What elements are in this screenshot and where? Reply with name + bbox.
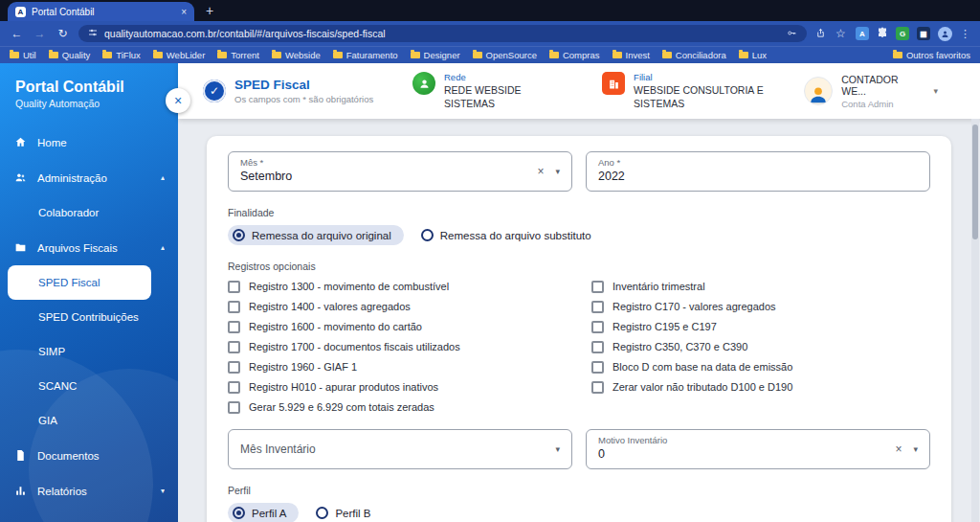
site-favicon: A xyxy=(15,7,26,17)
extension-icon-dark[interactable]: ▦ xyxy=(917,27,930,40)
tune-icon[interactable] xyxy=(88,28,98,39)
user-menu[interactable]: CONTADOR WE... Conta Admin ▾ xyxy=(804,74,938,109)
sidebar-collapse-button[interactable]: × xyxy=(166,88,190,113)
finalidade-radio-group: Remessa do arquivo original Remessa do a… xyxy=(228,225,930,245)
browser-tab[interactable]: A Portal Contábil × xyxy=(8,2,194,21)
rede-value: REDE WEBSIDE SISTEMAS xyxy=(444,84,569,109)
rede-selector[interactable]: Rede REDE WEBSIDE SISTEMAS xyxy=(412,72,569,109)
bookmark-folder[interactable]: Conciliadora xyxy=(662,50,726,60)
bookmark-folder[interactable]: Designer xyxy=(411,50,460,60)
bookmark-folder[interactable]: Faturamento xyxy=(333,50,398,60)
radio-remessa-substituto[interactable]: Remessa do arquivo substituto xyxy=(421,229,591,241)
bookmark-folder[interactable]: Invest xyxy=(612,50,650,60)
radio-perfil-b[interactable]: Perfil B xyxy=(316,507,370,519)
sidebar-item-administracao[interactable]: Administração ▴ xyxy=(0,160,178,195)
checkbox-registro-h010[interactable]: Registro H010 - apurar produtos inativos xyxy=(228,380,567,394)
motivo-inventario-label: Motivo Inventário xyxy=(598,435,918,445)
filial-value: WEBSIDE CONSULTORIA E SISTEMAS xyxy=(634,84,771,109)
profile-avatar[interactable] xyxy=(938,27,952,41)
sidebar-item-gia[interactable]: GIA xyxy=(0,403,178,438)
checkbox-inventario-trimestral[interactable]: Inventário trimestral xyxy=(591,280,930,293)
checkbox-zerar-d100-d190[interactable]: Zerar valor não tributado D100 e D190 xyxy=(591,380,930,394)
rede-icon xyxy=(412,72,435,95)
bookmark-folder[interactable]: Torrent xyxy=(217,50,259,60)
bookmark-folder[interactable]: Quality xyxy=(49,50,91,60)
share-icon[interactable] xyxy=(815,25,826,42)
sidebar-item-sped-fiscal[interactable]: SPED Fiscal xyxy=(8,265,151,300)
folder-icon xyxy=(333,52,343,58)
sidebar-item-scanc[interactable]: SCANC xyxy=(0,369,178,403)
motivo-inventario-value: 0 xyxy=(598,447,918,461)
radio-perfil-a[interactable]: Perfil A xyxy=(228,503,299,522)
radio-selected-icon xyxy=(233,507,245,519)
folder-icon xyxy=(411,52,420,58)
checkbox-registro-1300[interactable]: Registro 1300 - movimento de combustível xyxy=(228,280,567,293)
checkbox-icon xyxy=(228,401,240,414)
folder-icon xyxy=(662,52,672,58)
checkbox-bloco-d-emissao[interactable]: Bloco D com base na data de emissão xyxy=(591,360,930,374)
checkbox-registro-1400[interactable]: Registro 1400 - valores agregados xyxy=(228,300,567,313)
bookmark-folder[interactable]: Webside xyxy=(272,50,321,60)
mes-inventario-select[interactable]: Mês Inventário ▾ xyxy=(228,429,572,469)
ano-input-field[interactable]: Ano * 2022 xyxy=(586,151,930,192)
sidebar-item-relatorios[interactable]: Relatórios ▾ xyxy=(0,473,178,509)
chevron-up-icon: ▴ xyxy=(161,173,165,182)
bookmark-folder[interactable]: Lux xyxy=(739,50,767,60)
dropdown-caret-icon[interactable]: ▾ xyxy=(555,444,560,454)
back-icon[interactable]: ← xyxy=(10,27,24,40)
checkbox-registro-c350-c370-c390[interactable]: Registro C350, C370 e C390 xyxy=(591,340,930,353)
checkbox-registro-c170[interactable]: Registro C170 - valores agregados xyxy=(591,300,930,313)
checkbox-registro-1960[interactable]: Registro 1960 - GIAF 1 xyxy=(228,360,567,374)
bookmark-star-icon[interactable]: ☆ xyxy=(834,27,848,40)
sidebar-item-documentos[interactable]: Documentos xyxy=(0,438,178,473)
bookmark-folder[interactable]: TiFlux xyxy=(102,50,141,60)
translate-extension-icon[interactable]: A xyxy=(856,27,869,40)
checkbox-icon xyxy=(228,341,240,353)
url-text: qualityautomacao.com.br/contabil/#/arqui… xyxy=(104,28,386,39)
radio-remessa-original[interactable]: Remessa do arquivo original xyxy=(228,225,404,245)
checkbox-registro-c195-c197[interactable]: Registro C195 e C197 xyxy=(591,320,930,333)
checkbox-registro-1600[interactable]: Registro 1600 - movimento do cartão xyxy=(228,320,567,333)
bookmark-folder[interactable]: Util xyxy=(10,50,36,60)
new-tab-button[interactable]: + xyxy=(206,3,213,18)
checkbox-gerar-5929-6929[interactable]: Gerar 5.929 e 6.929 com totais zeradas xyxy=(228,400,567,414)
vertical-scrollbar[interactable] xyxy=(971,119,979,522)
chevron-down-icon: ▾ xyxy=(161,487,165,495)
bookmark-folder[interactable]: WebLider xyxy=(153,50,206,60)
app-title: Portal Contábil xyxy=(15,79,163,96)
motivo-inventario-select[interactable]: Motivo Inventário 0 × ▾ xyxy=(586,429,930,469)
clear-icon[interactable]: × xyxy=(537,165,544,178)
sidebar-item-colaborador[interactable]: Colaborador xyxy=(0,195,178,230)
scrollbar-thumb[interactable] xyxy=(972,125,978,239)
filial-selector[interactable]: Filial WEBSIDE CONSULTORIA E SISTEMAS xyxy=(602,72,771,109)
browser-menu-icon[interactable]: ⋮ xyxy=(960,28,970,40)
checkbox-icon xyxy=(228,301,240,313)
extension-icon-green[interactable]: G xyxy=(896,27,909,40)
sidebar-item-home[interactable]: Home xyxy=(0,125,178,160)
sidebar-item-simp[interactable]: SIMP xyxy=(0,334,178,369)
bookmark-folder[interactable]: OpenSource xyxy=(473,50,537,60)
radio-unselected-icon xyxy=(316,507,328,519)
tab-close-icon[interactable]: × xyxy=(181,7,187,17)
sidebar-item-sped-contribuicoes[interactable]: SPED Contribuições xyxy=(0,300,178,334)
bookmark-folder[interactable]: Compras xyxy=(549,50,600,60)
page-title: SPED Fiscal xyxy=(234,78,373,92)
reload-icon[interactable]: ↻ xyxy=(56,27,70,40)
mes-select-field[interactable]: Mês * Setembro × ▾ xyxy=(228,151,572,192)
browser-toolbar: ← → ↻ qualityautomacao.com.br/contabil/#… xyxy=(0,21,980,46)
dropdown-caret-icon[interactable]: ▾ xyxy=(555,167,560,176)
forward-icon[interactable]: → xyxy=(33,27,47,40)
checkbox-icon xyxy=(591,341,604,353)
key-icon[interactable] xyxy=(787,28,797,40)
checkbox-icon xyxy=(228,281,240,293)
clear-icon[interactable]: × xyxy=(895,443,902,456)
checkbox-icon xyxy=(591,301,604,313)
other-bookmarks[interactable]: Outros favoritos xyxy=(893,50,970,60)
folder-icon xyxy=(49,52,58,58)
checkbox-registro-1700[interactable]: Registro 1700 - documentos fiscais utili… xyxy=(228,340,567,353)
ano-label: Ano * xyxy=(598,157,918,168)
extensions-puzzle-icon[interactable] xyxy=(877,25,888,42)
address-bar[interactable]: qualityautomacao.com.br/contabil/#/arqui… xyxy=(78,25,807,42)
dropdown-caret-icon[interactable]: ▾ xyxy=(913,444,918,454)
sidebar-item-arquivos-fiscais[interactable]: Arquivos Fiscais ▴ xyxy=(0,230,178,265)
